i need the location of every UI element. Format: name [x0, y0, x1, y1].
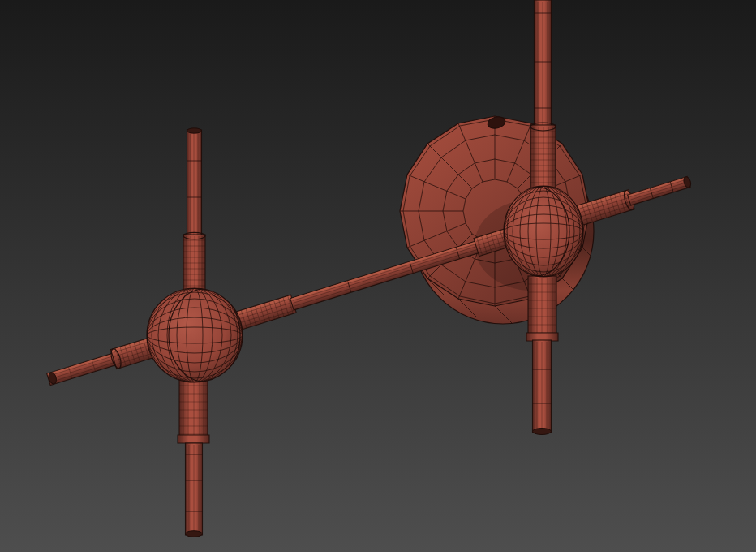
- right-pin-upper-collar: [530, 125, 556, 189]
- right-pin-end-cap: [533, 429, 552, 435]
- left-pin-upper: [187, 130, 202, 238]
- left-pin-end-cap: [186, 531, 203, 537]
- left-pin-collar-flare: [178, 435, 209, 443]
- viewport-canvas: [0, 0, 756, 552]
- 3d-viewport[interactable]: [0, 0, 756, 552]
- left-pin-top-cap: [187, 128, 202, 133]
- left-joint-sphere: [147, 288, 243, 382]
